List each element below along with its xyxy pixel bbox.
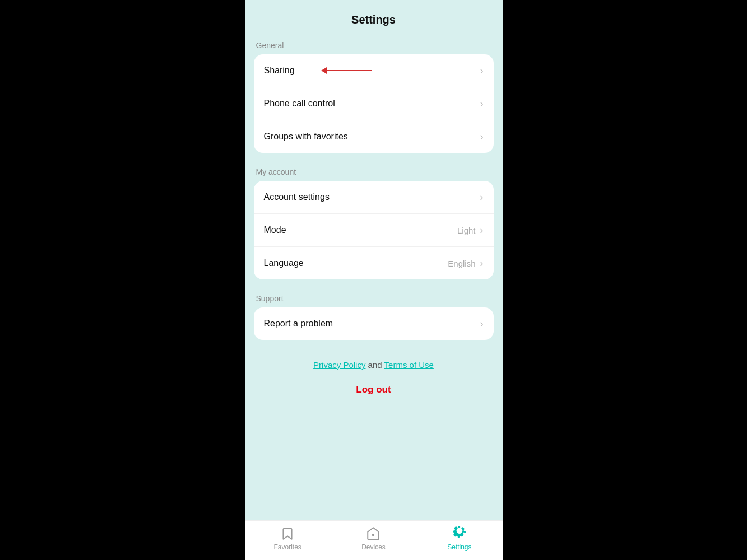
favorites-nav-label: Favorites (273, 543, 301, 551)
logout-button[interactable]: Log out (356, 384, 391, 395)
report-problem-label: Report a problem (264, 319, 333, 329)
settings-row-account-settings[interactable]: Account settings › (254, 181, 494, 213)
settings-nav-label: Settings (447, 543, 471, 551)
sharing-annotation (321, 67, 372, 74)
privacy-policy-link[interactable]: Privacy Policy (313, 360, 365, 370)
devices-nav-label: Devices (361, 543, 386, 551)
nav-item-devices[interactable]: Devices (331, 526, 416, 551)
account-settings-label: Account settings (264, 192, 330, 202)
favorites-icon (280, 526, 295, 541)
chevron-right-icon: › (480, 132, 484, 142)
chevron-right-icon: › (480, 258, 484, 268)
chevron-right-icon: › (480, 99, 484, 109)
section-label-general: General (245, 35, 503, 54)
settings-row-groups-with-favorites[interactable]: Groups with favorites › (254, 120, 494, 153)
settings-row-phone-call-control[interactable]: Phone call control › (254, 87, 494, 120)
nav-item-settings[interactable]: Settings (416, 526, 502, 551)
general-card: Sharing › Phone call control › Groups (254, 54, 494, 153)
section-label-my-account: My account (245, 162, 503, 181)
section-my-account: My account Account settings › Mode Light… (245, 162, 503, 288)
chevron-right-icon: › (480, 319, 484, 329)
settings-row-sharing[interactable]: Sharing › (254, 54, 494, 87)
settings-row-language[interactable]: Language English › (254, 246, 494, 279)
links-section: Privacy Policy and Terms of Use (245, 349, 503, 374)
nav-item-favorites[interactable]: Favorites (245, 526, 331, 551)
support-card: Report a problem › (254, 307, 494, 340)
page-title: Settings (245, 0, 503, 35)
language-value: English (448, 259, 475, 268)
and-text: and (365, 360, 384, 370)
phone-call-control-label: Phone call control (264, 99, 335, 109)
section-general: General Sharing › Phone call control › (245, 35, 503, 162)
terms-of-use-link[interactable]: Terms of Use (384, 360, 434, 370)
settings-icon (452, 526, 467, 541)
chevron-right-icon: › (480, 225, 484, 235)
devices-icon (366, 526, 381, 541)
bottom-navigation: Favorites Devices Settings (245, 520, 503, 560)
arrow-line (327, 70, 372, 71)
section-support: Support Report a problem › (245, 288, 503, 349)
chevron-right-icon: › (480, 192, 484, 202)
chevron-right-icon: › (480, 66, 484, 76)
phone-screen: Settings General Sharing › Phone call co… (245, 0, 503, 560)
arrow-head-icon (321, 67, 327, 74)
mode-label: Mode (264, 225, 286, 235)
svg-point-0 (372, 534, 374, 536)
settings-row-mode[interactable]: Mode Light › (254, 213, 494, 246)
mode-value: Light (457, 226, 476, 235)
my-account-card: Account settings › Mode Light › Language (254, 181, 494, 279)
language-label: Language (264, 258, 304, 268)
sharing-label: Sharing (264, 66, 295, 76)
logout-section[interactable]: Log out (245, 374, 503, 407)
section-label-support: Support (245, 288, 503, 307)
groups-with-favorites-label: Groups with favorites (264, 132, 348, 142)
settings-row-report-problem[interactable]: Report a problem › (254, 307, 494, 340)
